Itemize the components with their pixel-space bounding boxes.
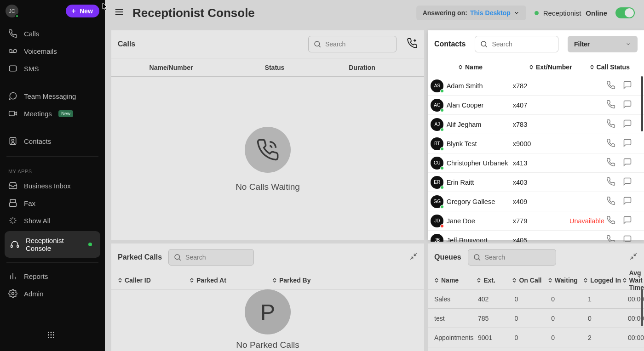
svg-point-2	[9, 50, 12, 53]
col-ext-number[interactable]: Ext/Number	[529, 63, 590, 71]
call-contact-button[interactable]	[606, 100, 615, 110]
svg-rect-10	[10, 200, 16, 203]
answering-on-dropdown[interactable]: Answering on: This Desktop	[416, 6, 526, 20]
sidebar-item-calls[interactable]: Calls	[0, 25, 105, 42]
chat-icon	[623, 235, 632, 242]
sidebar-item-team-messaging[interactable]: Team Messaging	[0, 87, 105, 105]
presence-dot	[440, 224, 444, 228]
search-icon	[473, 253, 481, 261]
queues-search[interactable]	[468, 249, 556, 266]
message-contact-button[interactable]	[623, 100, 632, 110]
contact-row[interactable]: ERErin Raittx403	[428, 173, 644, 192]
sidebar-item-admin[interactable]: Admin	[0, 285, 105, 302]
contact-row[interactable]: JDJane Doex779Unavailable	[428, 211, 644, 231]
col-call-status[interactable]: Call Status	[590, 63, 644, 71]
chat-icon	[623, 100, 632, 109]
call-contact-button[interactable]	[606, 119, 615, 130]
contact-ext: x409	[513, 198, 569, 205]
voicemail-icon	[8, 46, 17, 56]
new-button[interactable]: New	[66, 5, 99, 17]
call-contact-button[interactable]	[606, 196, 615, 207]
sidebar-item-business-inbox[interactable]: Business Inbox	[0, 177, 105, 194]
svg-line-41	[478, 259, 480, 260]
parked-search-input[interactable]	[185, 254, 241, 261]
calls-search[interactable]	[308, 36, 397, 52]
col-waiting[interactable]: Waiting	[548, 277, 583, 284]
add-call-button[interactable]	[407, 38, 418, 51]
sidebar-item-show-all[interactable]: Show All	[0, 212, 105, 229]
parked-search[interactable]	[168, 249, 254, 266]
col-caller-id[interactable]: Caller ID	[111, 277, 190, 284]
contact-row[interactable]: AJAlif Jeghamx783	[428, 115, 644, 134]
sidebar-item-fax[interactable]: Fax	[0, 194, 105, 212]
queues-collapse-button[interactable]	[629, 252, 638, 262]
message-contact-button[interactable]	[623, 158, 632, 168]
sidebar-item-sms[interactable]: SMS	[0, 60, 105, 77]
sms-icon	[8, 64, 17, 73]
sidebar-item-meetings[interactable]: Meetings New	[0, 105, 105, 122]
queue-row[interactable]: Sales40200100:00	[428, 289, 644, 309]
message-contact-button[interactable]	[623, 138, 632, 149]
col-name-number[interactable]: Name/Number	[111, 64, 231, 71]
message-contact-button[interactable]	[623, 215, 632, 226]
call-contact-button[interactable]	[606, 158, 615, 168]
call-contact-button[interactable]	[606, 177, 615, 187]
sidebar-item-voicemails[interactable]: Voicemails	[0, 42, 105, 60]
phone-ring-icon	[256, 138, 280, 162]
call-contact-button[interactable]	[606, 138, 615, 149]
online-toggle[interactable]	[615, 7, 635, 18]
calls-search-input[interactable]	[325, 40, 380, 48]
queue-waiting: 0	[551, 295, 588, 303]
svg-point-34	[481, 41, 486, 46]
queue-row[interactable]: Appointments900100200:00	[428, 328, 644, 347]
contact-row[interactable]: CUChristopher Urbanekx413	[428, 153, 644, 173]
contact-ext: x413	[513, 159, 569, 167]
col-queue-name[interactable]: Name	[428, 277, 477, 284]
contacts-filter-dropdown[interactable]: Filter	[568, 36, 638, 52]
calls-title: Calls	[118, 40, 135, 48]
queue-row[interactable]: test78500000:00	[428, 309, 644, 328]
message-contact-button[interactable]	[623, 119, 632, 130]
queues-search-input[interactable]	[485, 254, 540, 261]
contact-row[interactable]: GGGregory Gallesex409	[428, 192, 644, 211]
message-contact-button[interactable]	[623, 196, 632, 207]
contacts-scrollbar[interactable]	[641, 76, 643, 131]
menu-button[interactable]	[114, 7, 124, 19]
queue-waiting: 0	[551, 334, 588, 341]
col-contact-name[interactable]: Name	[428, 63, 529, 71]
message-contact-button[interactable]	[623, 235, 632, 242]
sidebar-item-label: Receptionist Console	[26, 237, 76, 252]
col-parked-at[interactable]: Parked At	[190, 277, 272, 284]
sidebar-item-receptionist-console[interactable]: Receptionist Console	[5, 231, 100, 258]
contacts-search[interactable]	[475, 36, 558, 52]
sidebar-item-reports[interactable]: Reports	[0, 267, 105, 285]
col-logged-in[interactable]: Logged In	[583, 277, 622, 284]
col-avg-wait[interactable]: Avg Wait Time	[622, 269, 644, 291]
contact-row[interactable]: BTBlynk Testx9000	[428, 134, 644, 153]
presence-dot	[440, 166, 444, 170]
call-contact-button[interactable]	[606, 80, 615, 91]
contact-row[interactable]: ACAlan Cooperx407	[428, 96, 644, 115]
svg-rect-6	[9, 111, 15, 116]
user-avatar[interactable]: JC	[6, 5, 18, 17]
presence-dot	[15, 14, 19, 18]
call-contact-button[interactable]	[606, 235, 615, 242]
dialpad-button[interactable]	[46, 330, 56, 342]
filter-label: Filter	[574, 40, 590, 48]
col-parked-by[interactable]: Parked By	[272, 277, 355, 284]
contact-row[interactable]: ASAdam Smithx782	[428, 76, 644, 96]
svg-rect-11	[10, 203, 17, 206]
sidebar-item-label: Voicemails	[24, 47, 57, 55]
col-on-call[interactable]: On Call	[512, 277, 547, 284]
col-status[interactable]: Status	[231, 64, 318, 71]
contacts-search-input[interactable]	[492, 40, 547, 48]
parked-collapse-button[interactable]	[409, 252, 418, 262]
queues-scrollbar[interactable]	[641, 289, 643, 326]
col-duration[interactable]: Duration	[318, 64, 406, 71]
sidebar-item-contacts[interactable]: Contacts	[0, 132, 105, 150]
contact-row[interactable]: JBJeff Bruxvoortx405	[428, 231, 644, 242]
message-contact-button[interactable]	[623, 80, 632, 91]
message-contact-button[interactable]	[623, 177, 632, 187]
call-contact-button[interactable]	[606, 215, 615, 226]
col-queue-ext[interactable]: Ext.	[477, 277, 512, 284]
